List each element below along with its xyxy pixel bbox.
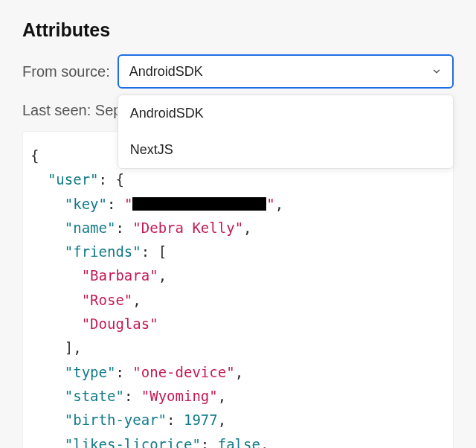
redacted-key: [132, 197, 266, 211]
source-dropdown: AndroidSDK NextJS: [118, 95, 454, 169]
page-title: Attributes: [22, 19, 454, 41]
source-option-androidsdk[interactable]: AndroidSDK: [118, 95, 453, 132]
source-option-nextjs[interactable]: NextJS: [118, 132, 453, 168]
source-select-value: AndroidSDK: [129, 64, 203, 80]
json-viewer: { "user": { "key": "", "name": "Debra Ke…: [22, 131, 454, 448]
from-source-label: From source:: [22, 63, 110, 80]
chevron-down-icon: [431, 66, 442, 77]
json-code: { "user": { "key": "", "name": "Debra Ke…: [30, 144, 446, 448]
source-select[interactable]: AndroidSDK: [118, 54, 454, 89]
